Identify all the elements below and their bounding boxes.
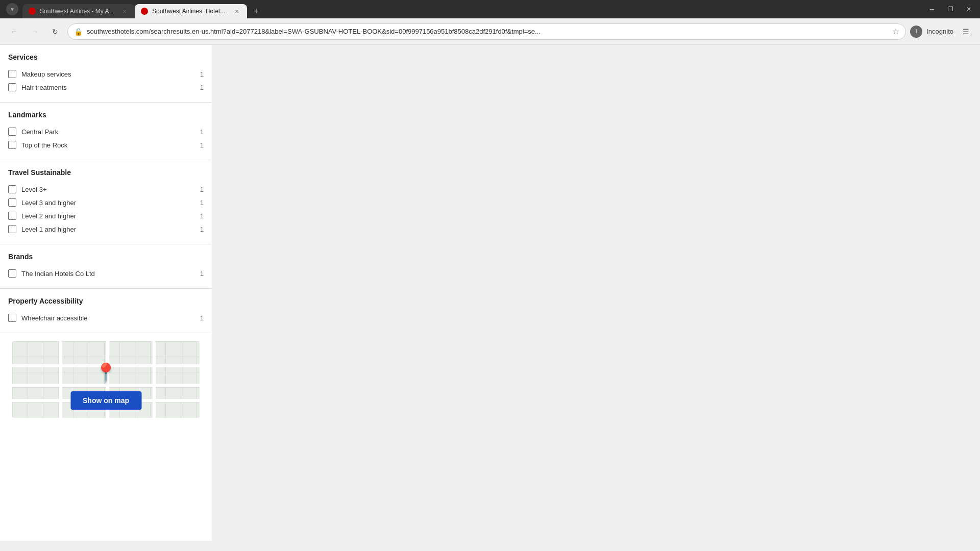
- bookmark-icon[interactable]: ☆: [892, 27, 899, 36]
- filter-item-level1-higher[interactable]: Level 1 and higher 1: [8, 222, 204, 236]
- browser-titlebar: ▼ Southwest Airlines - My Accou... ✕ Sou…: [0, 0, 980, 18]
- filter-item-central-park[interactable]: Central Park 1: [8, 125, 204, 138]
- hair-label: Hair treatments: [21, 84, 195, 91]
- property-accessibility-title: Property Accessibility: [8, 297, 204, 305]
- main-content-area: [212, 45, 980, 541]
- window-controls: ─ ❐ ✕: [925, 2, 976, 16]
- level1-higher-checkbox[interactable]: [8, 225, 16, 233]
- property-accessibility-section: Property Accessibility Wheelchair access…: [0, 289, 212, 333]
- profile-icon[interactable]: I: [910, 26, 922, 38]
- landmarks-section: Landmarks Central Park 1 Top of the Rock…: [0, 103, 212, 160]
- new-tab-button[interactable]: +: [249, 4, 263, 18]
- tab2-title: Southwest Airlines: Hotels in Je...: [152, 8, 229, 15]
- back-button[interactable]: ←: [6, 23, 22, 40]
- filter-item-level3plus[interactable]: Level 3+ 1: [8, 183, 204, 196]
- close-button[interactable]: ✕: [962, 2, 976, 16]
- filter-item-level3-higher[interactable]: Level 3 and higher 1: [8, 196, 204, 209]
- filter-item-makeup[interactable]: Makeup services 1: [8, 67, 204, 81]
- hair-count: 1: [200, 84, 204, 91]
- central-park-label: Central Park: [21, 128, 195, 136]
- top-of-rock-label: Top of the Rock: [21, 141, 195, 149]
- tab-list-button[interactable]: ▼: [6, 3, 18, 15]
- makeup-count: 1: [200, 70, 204, 78]
- map-road-v3: [153, 341, 156, 418]
- tab1-title: Southwest Airlines - My Accou...: [40, 8, 116, 15]
- maximize-button[interactable]: ❐: [943, 2, 958, 16]
- page-content: Services Makeup services 1 Hair treatmen…: [0, 45, 980, 541]
- tab2-close-button[interactable]: ✕: [233, 7, 241, 15]
- landmarks-title: Landmarks: [8, 111, 204, 119]
- tab1-favicon: [29, 8, 36, 15]
- map-section: 📍 Show on map: [0, 333, 212, 426]
- forward-button[interactable]: →: [27, 23, 43, 40]
- navigation-bar: ← → ↻ 🔒 southwesthotels.com/searchresult…: [0, 18, 980, 45]
- address-bar[interactable]: 🔒 southwesthotels.com/searchresults.en-u…: [67, 23, 906, 40]
- filter-item-indian-hotels[interactable]: The Indian Hotels Co Ltd 1: [8, 267, 204, 280]
- makeup-label: Makeup services: [21, 70, 195, 78]
- incognito-label: Incognito: [926, 28, 953, 35]
- top-of-rock-count: 1: [200, 141, 204, 149]
- filter-item-wheelchair[interactable]: Wheelchair accessible 1: [8, 311, 204, 324]
- wheelchair-count: 1: [200, 314, 204, 322]
- level1-higher-label: Level 1 and higher: [21, 226, 195, 233]
- level3-higher-count: 1: [200, 199, 204, 207]
- sidebar-toggle-button[interactable]: ☰: [958, 23, 974, 40]
- services-section: Services Makeup services 1 Hair treatmen…: [0, 45, 212, 103]
- browser-tab-1[interactable]: Southwest Airlines - My Accou... ✕: [22, 4, 135, 18]
- hair-checkbox[interactable]: [8, 83, 16, 91]
- tab-bar: Southwest Airlines - My Accou... ✕ South…: [20, 0, 919, 18]
- level2-higher-label: Level 2 and higher: [21, 212, 195, 220]
- services-title: Services: [8, 53, 204, 61]
- travel-sustainable-section: Travel Sustainable Level 3+ 1 Level 3 an…: [0, 160, 212, 244]
- central-park-checkbox[interactable]: [8, 128, 16, 136]
- central-park-count: 1: [200, 128, 204, 136]
- map-pin-icon: 📍: [94, 362, 117, 384]
- show-on-map-button[interactable]: Show on map: [70, 391, 141, 410]
- level3-higher-label: Level 3 and higher: [21, 199, 195, 207]
- level3plus-count: 1: [200, 186, 204, 193]
- top-of-rock-checkbox[interactable]: [8, 141, 16, 149]
- wheelchair-label: Wheelchair accessible: [21, 314, 195, 322]
- map-road-v1: [59, 341, 62, 418]
- minimize-button[interactable]: ─: [925, 2, 939, 16]
- url-text: southwesthotels.com/searchresults.en-us.…: [87, 28, 888, 35]
- level3plus-checkbox[interactable]: [8, 185, 16, 193]
- map-preview: 📍 Show on map: [12, 341, 200, 418]
- brands-title: Brands: [8, 253, 204, 261]
- filter-item-hair[interactable]: Hair treatments 1: [8, 81, 204, 94]
- refresh-button[interactable]: ↻: [47, 23, 63, 40]
- tab2-favicon: [141, 8, 148, 15]
- indian-hotels-count: 1: [200, 270, 204, 278]
- level1-higher-count: 1: [200, 226, 204, 233]
- indian-hotels-checkbox[interactable]: [8, 269, 16, 278]
- security-icon: 🔒: [74, 28, 83, 36]
- level3plus-label: Level 3+: [21, 186, 195, 193]
- filter-item-level2-higher[interactable]: Level 2 and higher 1: [8, 209, 204, 222]
- filter-item-top-of-rock[interactable]: Top of the Rock 1: [8, 138, 204, 152]
- makeup-checkbox[interactable]: [8, 70, 16, 78]
- indian-hotels-label: The Indian Hotels Co Ltd: [21, 270, 195, 278]
- nav-right-controls: I Incognito ☰: [910, 23, 974, 40]
- browser-tab-2[interactable]: Southwest Airlines: Hotels in Je... ✕: [135, 4, 247, 18]
- filter-panel: Services Makeup services 1 Hair treatmen…: [0, 45, 212, 541]
- tab1-close-button[interactable]: ✕: [120, 7, 129, 15]
- brands-section: Brands The Indian Hotels Co Ltd 1: [0, 244, 212, 289]
- level2-higher-count: 1: [200, 212, 204, 220]
- wheelchair-checkbox[interactable]: [8, 314, 16, 322]
- level3-higher-checkbox[interactable]: [8, 198, 16, 207]
- level2-higher-checkbox[interactable]: [8, 212, 16, 220]
- travel-sustainable-title: Travel Sustainable: [8, 168, 204, 177]
